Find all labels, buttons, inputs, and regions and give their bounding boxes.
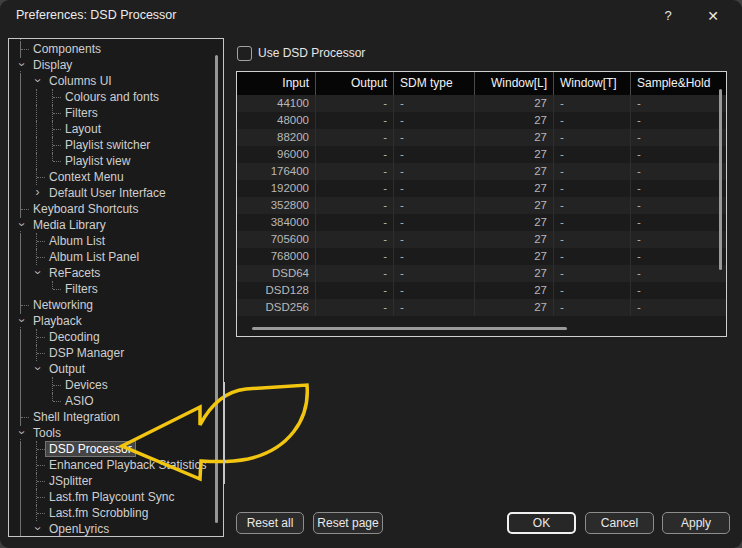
- table-horizontal-scrollbar[interactable]: [252, 327, 567, 330]
- tree-item-enhanced-playback-statistics[interactable]: Enhanced Playback Statistics: [9, 457, 223, 473]
- tree-item-last-fm-scrobbling[interactable]: Last.fm Scrobbling: [9, 505, 223, 521]
- chevron-down-icon[interactable]: ›: [13, 425, 29, 441]
- cancel-button[interactable]: Cancel: [585, 512, 654, 534]
- reset-page-button[interactable]: Reset page: [313, 512, 383, 534]
- chevron-down-icon[interactable]: ›: [13, 57, 29, 73]
- tree-item-display[interactable]: ›Display: [9, 57, 223, 73]
- table-row-96000[interactable]: 96000--27--: [237, 146, 726, 163]
- help-button[interactable]: ?: [655, 4, 681, 28]
- table-cell: -: [554, 282, 631, 299]
- table-row-dsd256[interactable]: DSD256--27--: [237, 299, 726, 316]
- tree-connector: [13, 409, 29, 425]
- reset-all-button[interactable]: Reset all: [236, 512, 304, 534]
- tree-item-devices[interactable]: Devices: [9, 377, 223, 393]
- table-cell: -: [394, 248, 475, 265]
- table-cell: 27: [475, 129, 554, 146]
- table-vertical-scrollbar[interactable]: [719, 89, 722, 270]
- table-row-88200[interactable]: 88200--27--: [237, 129, 726, 146]
- tree-guide-line: [29, 121, 45, 137]
- column-header-sample-hold[interactable]: Sample&Hold: [631, 72, 726, 95]
- tree-item-networking[interactable]: Networking: [9, 297, 223, 313]
- tree-item-decoding[interactable]: Decoding: [9, 329, 223, 345]
- chevron-down-icon[interactable]: ›: [13, 217, 29, 233]
- table-row-384000[interactable]: 384000--27--: [237, 214, 726, 231]
- tree-guide-line: [29, 393, 45, 409]
- table-cell: -: [554, 214, 631, 231]
- chevron-down-icon[interactable]: ›: [29, 361, 45, 377]
- tree-item-context-menu[interactable]: Context Menu: [9, 169, 223, 185]
- column-header-window-l[interactable]: Window[L]: [475, 72, 554, 95]
- table-row-705600[interactable]: 705600--27--: [237, 231, 726, 248]
- table-row-dsd64[interactable]: DSD64--27--: [237, 265, 726, 282]
- tree-item-openlyrics[interactable]: ›OpenLyrics: [9, 521, 223, 537]
- apply-button[interactable]: Apply: [662, 512, 730, 534]
- table-row-176400[interactable]: 176400--27--: [237, 163, 726, 180]
- tree-item-album-list[interactable]: Album List: [9, 233, 223, 249]
- tree-connector: [45, 137, 61, 153]
- table-row-352800[interactable]: 352800--27--: [237, 197, 726, 214]
- tree-item-jsplitter[interactable]: JSplitter: [9, 473, 223, 489]
- tree-item-label: Last.fm Playcount Sync: [45, 489, 178, 505]
- chevron-right-icon[interactable]: ›: [29, 185, 45, 201]
- use-dsd-processor-checkbox[interactable]: [237, 46, 252, 61]
- table-cell: -: [316, 248, 394, 265]
- tree-item-refacets[interactable]: ›ReFacets: [9, 265, 223, 281]
- tree-connector: [45, 121, 61, 137]
- chevron-glyph: ›: [15, 218, 28, 231]
- column-header-output[interactable]: Output: [316, 72, 394, 95]
- tree-item-keyboard-shortcuts[interactable]: Keyboard Shortcuts: [9, 201, 223, 217]
- table-row-44100[interactable]: 44100--27--: [237, 95, 726, 112]
- tree-item-playlist-view[interactable]: Playlist view: [9, 153, 223, 169]
- tree-item-output[interactable]: ›Output: [9, 361, 223, 377]
- table-row-48000[interactable]: 48000--27--: [237, 112, 726, 129]
- tree-guide-line: [13, 137, 29, 153]
- table-cell: -: [554, 248, 631, 265]
- tree-item-label: Filters: [61, 105, 102, 121]
- chevron-down-icon[interactable]: ›: [29, 521, 45, 537]
- tree-item-default-user-interface[interactable]: ›Default User Interface: [9, 185, 223, 201]
- tree-item-album-list-panel[interactable]: Album List Panel: [9, 249, 223, 265]
- tree-item-asio[interactable]: ASIO: [9, 393, 223, 409]
- tree-connector: [45, 377, 61, 393]
- tree-item-filters[interactable]: Filters: [9, 281, 223, 297]
- chevron-down-icon[interactable]: ›: [13, 313, 29, 329]
- tree-item-layout[interactable]: Layout: [9, 121, 223, 137]
- tree-item-dsd-processor[interactable]: DSD Processor: [9, 441, 223, 457]
- column-header-input[interactable]: Input: [237, 72, 316, 95]
- table-row-dsd128[interactable]: DSD128--27--: [237, 282, 726, 299]
- tree-guide-line: [13, 121, 29, 137]
- tree-guide-line: [13, 73, 29, 89]
- table-cell: -: [631, 231, 726, 248]
- sidebar-tree-panel: Components›Display›Columns UIColours and…: [8, 38, 224, 537]
- ok-button[interactable]: OK: [507, 512, 576, 534]
- tree-item-columns-ui[interactable]: ›Columns UI: [9, 73, 223, 89]
- table-row-768000[interactable]: 768000--27--: [237, 248, 726, 265]
- table-header-row: InputOutputSDM typeWindow[L]Window[T]Sam…: [237, 72, 726, 95]
- tree-guide-line: [13, 169, 29, 185]
- tree-item-filters[interactable]: Filters: [9, 105, 223, 121]
- close-button[interactable]: ✕: [700, 4, 726, 28]
- table-cell: 27: [475, 163, 554, 180]
- table-cell: 88200: [237, 129, 316, 146]
- tree-scrollbar[interactable]: [215, 55, 218, 523]
- chevron-down-icon[interactable]: ›: [29, 73, 45, 89]
- table-cell: -: [316, 197, 394, 214]
- tree-item-components[interactable]: Components: [9, 41, 223, 57]
- tree-item-playback[interactable]: ›Playback: [9, 313, 223, 329]
- tree-item-playlist-switcher[interactable]: Playlist switcher: [9, 137, 223, 153]
- table-cell: 27: [475, 180, 554, 197]
- table-cell: -: [631, 129, 726, 146]
- tree-guide-line: [13, 105, 29, 121]
- chevron-down-icon[interactable]: ›: [29, 265, 45, 281]
- tree-item-dsp-manager[interactable]: DSP Manager: [9, 345, 223, 361]
- tree-item-label: Album List: [45, 233, 109, 249]
- preferences-dialog: Preferences: DSD Processor ? ✕ Component…: [0, 0, 742, 548]
- column-header-sdm-type[interactable]: SDM type: [394, 72, 475, 95]
- column-header-window-t[interactable]: Window[T]: [554, 72, 631, 95]
- tree-item-tools[interactable]: ›Tools: [9, 425, 223, 441]
- tree-item-last-fm-playcount-sync[interactable]: Last.fm Playcount Sync: [9, 489, 223, 505]
- table-row-192000[interactable]: 192000--27--: [237, 180, 726, 197]
- tree-item-shell-integration[interactable]: Shell Integration: [9, 409, 223, 425]
- tree-item-media-library[interactable]: ›Media Library: [9, 217, 223, 233]
- tree-item-colours-and-fonts[interactable]: Colours and fonts: [9, 89, 223, 105]
